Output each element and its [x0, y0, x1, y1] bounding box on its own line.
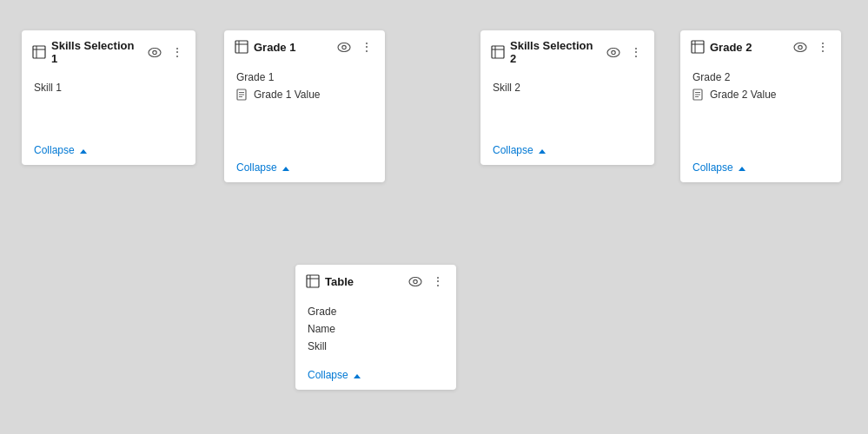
item-text: Skill 1: [34, 82, 62, 94]
svg-rect-0: [33, 46, 45, 58]
more-icon-skills1[interactable]: ⋮: [169, 44, 185, 60]
svg-point-9: [342, 45, 346, 49]
item-text: Grade 1 Value: [254, 89, 321, 101]
visibility-icon-skills1[interactable]: [147, 44, 162, 60]
more-icon-table[interactable]: ⋮: [430, 273, 446, 289]
collapse-button-table[interactable]: Collapse: [308, 369, 361, 381]
item-text: Name: [308, 323, 335, 335]
card-header-grade2: Grade 2 ⋮: [680, 30, 841, 62]
card-body-grade1: Grade 1 Grade 1 Value: [224, 62, 385, 155]
svg-point-8: [338, 43, 350, 51]
canvas: Skills Selection 1 ⋮ Skill 1 Collapse: [0, 0, 868, 434]
svg-rect-14: [492, 46, 504, 58]
item-text: Grade 1: [236, 71, 274, 83]
svg-point-17: [607, 48, 620, 56]
list-item: Grade 1 Value: [236, 86, 373, 103]
more-icon-grade1[interactable]: ⋮: [359, 39, 374, 55]
list-item: Skill: [308, 338, 444, 355]
item-text: Grade: [308, 306, 336, 318]
svg-rect-19: [692, 41, 704, 53]
visibility-icon-grade2[interactable]: [792, 39, 808, 55]
collapse-button-grade2[interactable]: Collapse: [692, 161, 745, 174]
list-item: Name: [308, 320, 444, 338]
list-item: Grade 2 Value: [692, 86, 829, 103]
table-icon-skills2: [491, 45, 505, 59]
list-item: Grade: [308, 303, 444, 320]
svg-rect-5: [235, 41, 248, 53]
card-body-skills1: Skill 1: [22, 72, 195, 137]
card-table: Table ⋮ Grade Name Skill: [295, 265, 456, 390]
chevron-up-icon-grade2: [739, 167, 745, 171]
svg-point-23: [798, 45, 802, 49]
item-text: Grade 2 Value: [710, 89, 777, 101]
card-title-table: Table: [325, 275, 402, 288]
card-footer-table: Collapse: [295, 362, 456, 390]
card-header-grade1: Grade 1 ⋮: [224, 30, 385, 62]
card-actions-grade2: ⋮: [792, 39, 831, 55]
card-grade-1: Grade 1 ⋮ Grade 1: [224, 30, 385, 182]
chevron-up-icon-skills2: [539, 149, 546, 154]
card-title-skills2: Skills Selection 2: [510, 39, 600, 65]
svg-point-22: [794, 43, 806, 51]
card-actions-grade1: ⋮: [336, 39, 374, 55]
card-title-grade2: Grade 2: [710, 41, 787, 54]
collapse-button-grade1[interactable]: Collapse: [236, 161, 289, 174]
chevron-up-icon-table: [354, 374, 361, 378]
card-title-grade1: Grade 1: [254, 41, 331, 54]
card-title-skills1: Skills Selection 1: [51, 39, 142, 65]
card-header-skills1: Skills Selection 1 ⋮: [22, 30, 195, 72]
svg-point-31: [409, 277, 421, 286]
chevron-up-icon-grade1: [282, 167, 289, 171]
card-grade-2: Grade 2 ⋮ Grade 2: [680, 30, 841, 182]
card-actions-skills2: ⋮: [606, 44, 644, 60]
svg-point-4: [153, 50, 156, 54]
card-footer-grade2: Collapse: [680, 155, 841, 182]
card-skills-selection-2: Skills Selection 2 ⋮ Skill 2 Collapse: [480, 30, 654, 165]
visibility-icon-skills2[interactable]: [606, 44, 621, 60]
card-footer-skills1: Collapse: [22, 137, 195, 165]
svg-point-18: [612, 50, 615, 54]
svg-rect-28: [307, 275, 319, 287]
list-item: Skill 2: [493, 79, 642, 96]
more-icon-skills2[interactable]: ⋮: [628, 44, 644, 60]
card-header-table: Table ⋮: [295, 265, 456, 296]
doc-icon-grade2-value: [692, 89, 705, 101]
more-icon-grade2[interactable]: ⋮: [815, 39, 831, 55]
svg-point-3: [149, 48, 161, 56]
card-footer-skills2: Collapse: [480, 137, 654, 165]
collapse-button-skills1[interactable]: Collapse: [34, 144, 87, 156]
table-icon-table: [306, 274, 320, 288]
collapse-button-skills2[interactable]: Collapse: [493, 144, 546, 156]
item-text: Skill: [308, 340, 327, 352]
list-item: Grade 2: [692, 69, 829, 86]
list-item: Grade 1: [236, 69, 373, 86]
table-icon-skills1: [32, 45, 46, 59]
visibility-icon-grade1[interactable]: [336, 39, 352, 55]
card-body-skills2: Skill 2: [480, 72, 654, 137]
visibility-icon-table[interactable]: [407, 273, 423, 289]
svg-point-32: [414, 279, 417, 283]
card-actions-skills1: ⋮: [147, 44, 185, 60]
table-icon-grade2: [691, 40, 705, 54]
table-icon-grade1: [235, 40, 248, 54]
chevron-up-icon-skills1: [80, 149, 87, 154]
item-text: Skill 2: [493, 82, 520, 94]
card-actions-table: ⋮: [407, 273, 446, 289]
list-item: Skill 1: [34, 79, 183, 96]
item-text: Grade 2: [692, 71, 730, 83]
card-header-skills2: Skills Selection 2 ⋮: [480, 30, 654, 72]
doc-icon-grade1-value: [236, 89, 248, 101]
card-body-table: Grade Name Skill: [295, 296, 456, 362]
card-skills-selection-1: Skills Selection 1 ⋮ Skill 1 Collapse: [22, 30, 195, 165]
card-body-grade2: Grade 2 Grade 2 Value: [680, 62, 841, 155]
card-footer-grade1: Collapse: [224, 155, 385, 182]
